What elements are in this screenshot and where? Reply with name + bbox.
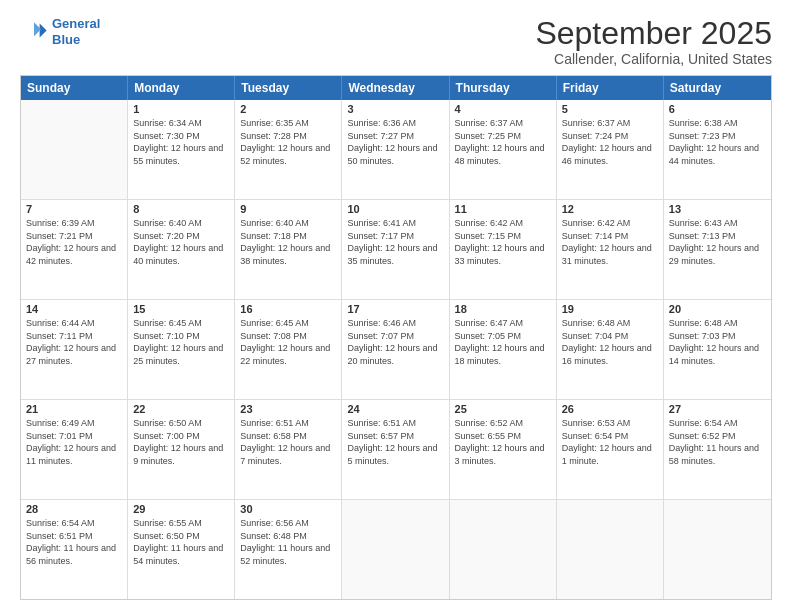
header-sunday: Sunday xyxy=(21,76,128,100)
cal-cell-r2-c0: 14Sunrise: 6:44 AMSunset: 7:11 PMDayligh… xyxy=(21,300,128,399)
logo: General Blue xyxy=(20,16,100,47)
cal-row-0: 1Sunrise: 6:34 AMSunset: 7:30 PMDaylight… xyxy=(21,100,771,200)
cal-row-1: 7Sunrise: 6:39 AMSunset: 7:21 PMDaylight… xyxy=(21,200,771,300)
day-number: 2 xyxy=(240,103,336,115)
cal-cell-r1-c1: 8Sunrise: 6:40 AMSunset: 7:20 PMDaylight… xyxy=(128,200,235,299)
header-monday: Monday xyxy=(128,76,235,100)
cell-info: Sunrise: 6:39 AMSunset: 7:21 PMDaylight:… xyxy=(26,217,122,267)
day-number: 30 xyxy=(240,503,336,515)
cell-info: Sunrise: 6:54 AMSunset: 6:51 PMDaylight:… xyxy=(26,517,122,567)
day-number: 8 xyxy=(133,203,229,215)
day-number: 7 xyxy=(26,203,122,215)
cell-info: Sunrise: 6:54 AMSunset: 6:52 PMDaylight:… xyxy=(669,417,766,467)
logo-text: General Blue xyxy=(52,16,100,47)
day-number: 11 xyxy=(455,203,551,215)
cell-info: Sunrise: 6:42 AMSunset: 7:15 PMDaylight:… xyxy=(455,217,551,267)
cal-cell-r4-c1: 29Sunrise: 6:55 AMSunset: 6:50 PMDayligh… xyxy=(128,500,235,599)
header-tuesday: Tuesday xyxy=(235,76,342,100)
header-friday: Friday xyxy=(557,76,664,100)
cell-info: Sunrise: 6:40 AMSunset: 7:20 PMDaylight:… xyxy=(133,217,229,267)
cell-info: Sunrise: 6:49 AMSunset: 7:01 PMDaylight:… xyxy=(26,417,122,467)
location: Callender, California, United States xyxy=(535,51,772,67)
day-number: 20 xyxy=(669,303,766,315)
cal-cell-r0-c3: 3Sunrise: 6:36 AMSunset: 7:27 PMDaylight… xyxy=(342,100,449,199)
day-number: 19 xyxy=(562,303,658,315)
cal-cell-r3-c1: 22Sunrise: 6:50 AMSunset: 7:00 PMDayligh… xyxy=(128,400,235,499)
cell-info: Sunrise: 6:38 AMSunset: 7:23 PMDaylight:… xyxy=(669,117,766,167)
day-number: 17 xyxy=(347,303,443,315)
cal-row-2: 14Sunrise: 6:44 AMSunset: 7:11 PMDayligh… xyxy=(21,300,771,400)
header-saturday: Saturday xyxy=(664,76,771,100)
calendar-body: 1Sunrise: 6:34 AMSunset: 7:30 PMDaylight… xyxy=(21,100,771,599)
cell-info: Sunrise: 6:51 AMSunset: 6:58 PMDaylight:… xyxy=(240,417,336,467)
day-number: 26 xyxy=(562,403,658,415)
day-number: 24 xyxy=(347,403,443,415)
calendar-header: Sunday Monday Tuesday Wednesday Thursday… xyxy=(21,76,771,100)
day-number: 27 xyxy=(669,403,766,415)
cal-cell-r0-c2: 2Sunrise: 6:35 AMSunset: 7:28 PMDaylight… xyxy=(235,100,342,199)
cal-cell-r1-c3: 10Sunrise: 6:41 AMSunset: 7:17 PMDayligh… xyxy=(342,200,449,299)
cell-info: Sunrise: 6:37 AMSunset: 7:25 PMDaylight:… xyxy=(455,117,551,167)
cal-cell-r3-c3: 24Sunrise: 6:51 AMSunset: 6:57 PMDayligh… xyxy=(342,400,449,499)
cal-cell-r2-c5: 19Sunrise: 6:48 AMSunset: 7:04 PMDayligh… xyxy=(557,300,664,399)
header: General Blue September 2025 Callender, C… xyxy=(20,16,772,67)
cell-info: Sunrise: 6:35 AMSunset: 7:28 PMDaylight:… xyxy=(240,117,336,167)
day-number: 14 xyxy=(26,303,122,315)
cell-info: Sunrise: 6:45 AMSunset: 7:10 PMDaylight:… xyxy=(133,317,229,367)
day-number: 29 xyxy=(133,503,229,515)
svg-marker-0 xyxy=(40,23,47,37)
cal-cell-r2-c2: 16Sunrise: 6:45 AMSunset: 7:08 PMDayligh… xyxy=(235,300,342,399)
day-number: 3 xyxy=(347,103,443,115)
header-wednesday: Wednesday xyxy=(342,76,449,100)
cal-cell-r3-c4: 25Sunrise: 6:52 AMSunset: 6:55 PMDayligh… xyxy=(450,400,557,499)
cell-info: Sunrise: 6:50 AMSunset: 7:00 PMDaylight:… xyxy=(133,417,229,467)
day-number: 5 xyxy=(562,103,658,115)
day-number: 23 xyxy=(240,403,336,415)
day-number: 9 xyxy=(240,203,336,215)
cell-info: Sunrise: 6:45 AMSunset: 7:08 PMDaylight:… xyxy=(240,317,336,367)
cell-info: Sunrise: 6:46 AMSunset: 7:07 PMDaylight:… xyxy=(347,317,443,367)
cell-info: Sunrise: 6:48 AMSunset: 7:04 PMDaylight:… xyxy=(562,317,658,367)
logo-line2: Blue xyxy=(52,32,80,47)
cal-cell-r4-c2: 30Sunrise: 6:56 AMSunset: 6:48 PMDayligh… xyxy=(235,500,342,599)
cal-cell-r1-c4: 11Sunrise: 6:42 AMSunset: 7:15 PMDayligh… xyxy=(450,200,557,299)
cal-cell-r0-c1: 1Sunrise: 6:34 AMSunset: 7:30 PMDaylight… xyxy=(128,100,235,199)
cal-cell-r2-c4: 18Sunrise: 6:47 AMSunset: 7:05 PMDayligh… xyxy=(450,300,557,399)
cal-cell-r4-c3 xyxy=(342,500,449,599)
day-number: 18 xyxy=(455,303,551,315)
page: General Blue September 2025 Callender, C… xyxy=(0,0,792,612)
cell-info: Sunrise: 6:41 AMSunset: 7:17 PMDaylight:… xyxy=(347,217,443,267)
cell-info: Sunrise: 6:56 AMSunset: 6:48 PMDaylight:… xyxy=(240,517,336,567)
cell-info: Sunrise: 6:37 AMSunset: 7:24 PMDaylight:… xyxy=(562,117,658,167)
cell-info: Sunrise: 6:36 AMSunset: 7:27 PMDaylight:… xyxy=(347,117,443,167)
day-number: 4 xyxy=(455,103,551,115)
cal-cell-r1-c6: 13Sunrise: 6:43 AMSunset: 7:13 PMDayligh… xyxy=(664,200,771,299)
cal-cell-r0-c0 xyxy=(21,100,128,199)
cal-cell-r3-c2: 23Sunrise: 6:51 AMSunset: 6:58 PMDayligh… xyxy=(235,400,342,499)
day-number: 12 xyxy=(562,203,658,215)
cal-row-3: 21Sunrise: 6:49 AMSunset: 7:01 PMDayligh… xyxy=(21,400,771,500)
day-number: 25 xyxy=(455,403,551,415)
cal-cell-r3-c6: 27Sunrise: 6:54 AMSunset: 6:52 PMDayligh… xyxy=(664,400,771,499)
cal-cell-r2-c6: 20Sunrise: 6:48 AMSunset: 7:03 PMDayligh… xyxy=(664,300,771,399)
cal-cell-r1-c5: 12Sunrise: 6:42 AMSunset: 7:14 PMDayligh… xyxy=(557,200,664,299)
calendar: Sunday Monday Tuesday Wednesday Thursday… xyxy=(20,75,772,600)
cal-cell-r4-c5 xyxy=(557,500,664,599)
cell-info: Sunrise: 6:44 AMSunset: 7:11 PMDaylight:… xyxy=(26,317,122,367)
logo-icon xyxy=(20,18,48,46)
header-thursday: Thursday xyxy=(450,76,557,100)
cal-cell-r3-c0: 21Sunrise: 6:49 AMSunset: 7:01 PMDayligh… xyxy=(21,400,128,499)
cal-cell-r1-c2: 9Sunrise: 6:40 AMSunset: 7:18 PMDaylight… xyxy=(235,200,342,299)
cell-info: Sunrise: 6:43 AMSunset: 7:13 PMDaylight:… xyxy=(669,217,766,267)
cell-info: Sunrise: 6:51 AMSunset: 6:57 PMDaylight:… xyxy=(347,417,443,467)
cal-cell-r2-c1: 15Sunrise: 6:45 AMSunset: 7:10 PMDayligh… xyxy=(128,300,235,399)
cal-cell-r4-c0: 28Sunrise: 6:54 AMSunset: 6:51 PMDayligh… xyxy=(21,500,128,599)
day-number: 21 xyxy=(26,403,122,415)
month-title: September 2025 xyxy=(535,16,772,51)
day-number: 15 xyxy=(133,303,229,315)
title-block: September 2025 Callender, California, Un… xyxy=(535,16,772,67)
cell-info: Sunrise: 6:52 AMSunset: 6:55 PMDaylight:… xyxy=(455,417,551,467)
day-number: 6 xyxy=(669,103,766,115)
cell-info: Sunrise: 6:47 AMSunset: 7:05 PMDaylight:… xyxy=(455,317,551,367)
cal-row-4: 28Sunrise: 6:54 AMSunset: 6:51 PMDayligh… xyxy=(21,500,771,599)
